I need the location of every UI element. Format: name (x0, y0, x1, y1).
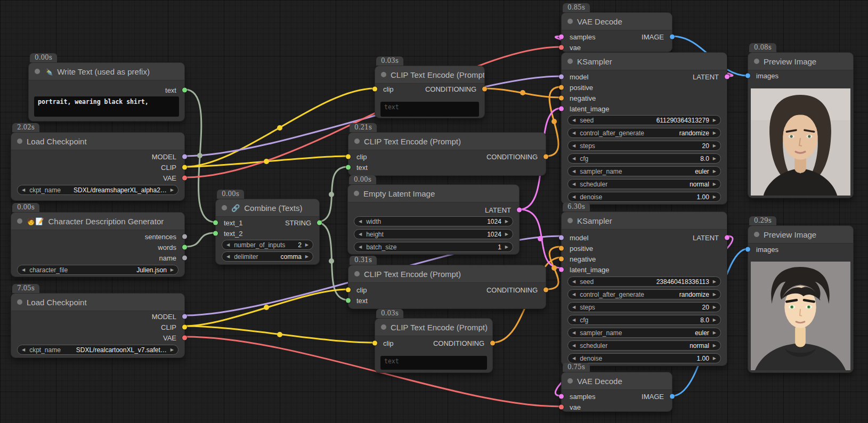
arrow-right-icon[interactable]: ▶ (505, 219, 508, 224)
text-field[interactable]: text (380, 102, 479, 117)
delimiter-widget[interactable]: ◀ delimiter comma ▶ (222, 251, 313, 262)
conditioning-output-port[interactable] (490, 341, 495, 346)
collapse-dot[interactable] (17, 299, 22, 305)
node-vae-decode-bottom[interactable]: 0.75s VAE Decode samplesIMAGE vae (561, 372, 672, 412)
collapse-dot[interactable] (754, 59, 759, 64)
node-clip-encode-top[interactable]: 0.03s CLIP Text Encode (Prompt) clipCOND… (375, 66, 485, 118)
arrow-left-icon[interactable]: ◀ (572, 356, 575, 361)
arrow-right-icon[interactable]: ▶ (171, 188, 174, 192)
arrow-left-icon[interactable]: ◀ (359, 219, 362, 224)
node-title-bar[interactable]: 🔗 Combine (Texts) (216, 199, 319, 217)
arrow-left-icon[interactable]: ◀ (572, 305, 575, 310)
samples-input-port[interactable] (559, 35, 564, 39)
height-widget[interactable]: ◀ height 1024 ▶ (354, 229, 513, 239)
control-after-generate-widget[interactable]: ◀control_after_generaterandomize▶ (567, 289, 721, 299)
arrow-right-icon[interactable]: ▶ (713, 292, 716, 297)
clip-input-port[interactable] (346, 288, 351, 292)
denoise-widget[interactable]: ◀denoise1.00▶ (567, 192, 721, 202)
arrow-right-icon[interactable]: ▶ (713, 195, 716, 199)
arrow-right-icon[interactable]: ▶ (713, 131, 716, 135)
arrow-left-icon[interactable]: ◀ (572, 118, 575, 123)
collapse-dot[interactable] (222, 205, 227, 210)
collapse-dot[interactable] (354, 191, 359, 196)
collapse-dot[interactable] (754, 232, 759, 237)
node-title-bar[interactable]: CLIP Text Encode (Prompt) (375, 66, 484, 84)
node-empty-latent-image[interactable]: 0.00s Empty Latent Image LATENT ◀ width … (347, 184, 520, 255)
node-title-bar[interactable]: CLIP Text Encode (Prompt) (375, 319, 492, 336)
sampler-name-widget[interactable]: ◀sampler_nameeuler▶ (567, 328, 721, 338)
clip-input-port[interactable] (346, 154, 351, 159)
text-input-port[interactable] (346, 298, 351, 303)
arrow-right-icon[interactable]: ▶ (505, 232, 508, 237)
node-title-bar[interactable]: KSampler (562, 212, 727, 230)
model-output-port[interactable] (182, 314, 187, 319)
seed-widget[interactable]: ◀seed238460418336113▶ (567, 276, 721, 287)
latent-output-port[interactable] (725, 75, 729, 79)
node-preview-image-bottom[interactable]: 0.29s Preview Image images (748, 225, 854, 373)
vae-output-port[interactable] (182, 176, 187, 181)
collapse-dot[interactable] (354, 139, 360, 144)
positive-input-port[interactable] (559, 246, 564, 251)
positive-input-port[interactable] (559, 85, 564, 90)
arrow-left-icon[interactable]: ◀ (572, 182, 575, 186)
node-ksampler-bottom[interactable]: 6.30s KSampler modelLATENT positive nega… (561, 212, 727, 366)
arrow-right-icon[interactable]: ▶ (713, 318, 716, 322)
node-load-checkpoint-1[interactable]: 2.02s Load Checkpoint MODEL CLIP VAE ◀ c… (11, 132, 185, 201)
node-title-bar[interactable]: Preview Image (748, 226, 853, 243)
collapse-dot[interactable] (381, 72, 386, 77)
steps-widget[interactable]: ◀steps20▶ (567, 302, 721, 312)
seed-widget[interactable]: ◀seed611290364313279▶ (567, 115, 721, 125)
negative-input-port[interactable] (559, 257, 564, 262)
node-vae-decode-top[interactable]: 0.85s VAE Decode samplesIMAGE vae (561, 12, 672, 52)
images-input-port[interactable] (745, 74, 750, 78)
string-output-port[interactable] (317, 221, 322, 225)
batch-size-widget[interactable]: ◀ batch_size 1 ▶ (354, 242, 513, 252)
arrow-right-icon[interactable]: ▶ (505, 245, 508, 249)
model-input-port[interactable] (559, 235, 564, 240)
arrow-right-icon[interactable]: ▶ (713, 331, 716, 335)
images-input-port[interactable] (745, 247, 750, 252)
collapse-dot[interactable] (567, 19, 573, 24)
latent-image-input-port[interactable] (559, 267, 564, 272)
samples-input-port[interactable] (559, 394, 564, 399)
arrow-left-icon[interactable]: ◀ (22, 348, 25, 352)
clip-input-port[interactable] (372, 341, 377, 346)
arrow-left-icon[interactable]: ◀ (22, 188, 25, 192)
arrow-right-icon[interactable]: ▶ (713, 305, 716, 310)
words-output-port[interactable] (182, 245, 187, 250)
node-write-text[interactable]: 0.00s ✒️ Write Text (used as prefix) tex… (28, 62, 185, 121)
node-graph-canvas[interactable]: 0.00s ✒️ Write Text (used as prefix) tex… (0, 0, 868, 423)
negative-input-port[interactable] (559, 96, 564, 101)
node-title-bar[interactable]: VAE Decode (562, 372, 672, 390)
node-title-bar[interactable]: 🧑📝 Character Description Generator (11, 213, 184, 230)
clip-output-port[interactable] (182, 325, 187, 330)
scheduler-widget[interactable]: ◀schedulernormal▶ (567, 179, 721, 189)
collapse-dot[interactable] (567, 378, 573, 384)
arrow-left-icon[interactable]: ◀ (572, 144, 575, 148)
arrow-left-icon[interactable]: ◀ (572, 318, 575, 322)
arrow-left-icon[interactable]: ◀ (22, 268, 25, 272)
collapse-dot[interactable] (354, 271, 360, 276)
text-field[interactable]: text (380, 356, 487, 370)
latent-output-port[interactable] (725, 235, 729, 240)
node-title-bar[interactable]: KSampler (562, 53, 727, 70)
node-title-bar[interactable]: Preview Image (748, 53, 853, 70)
arrow-right-icon[interactable]: ▶ (305, 243, 309, 247)
vae-input-port[interactable] (559, 405, 564, 410)
clip-input-port[interactable] (372, 87, 377, 92)
cfg-widget[interactable]: ◀cfg8.0▶ (567, 315, 721, 325)
image-output-port[interactable] (670, 394, 675, 399)
arrow-left-icon[interactable]: ◀ (572, 331, 575, 335)
name-output-port[interactable] (182, 256, 187, 261)
arrow-left-icon[interactable]: ◀ (572, 344, 575, 348)
arrow-right-icon[interactable]: ▶ (305, 255, 309, 259)
arrow-right-icon[interactable]: ▶ (713, 344, 716, 348)
collapse-dot[interactable] (17, 218, 22, 224)
number-of-inputs-widget[interactable]: ◀ number_of_inputs 2 ▶ (222, 240, 313, 250)
collapse-dot[interactable] (35, 69, 40, 74)
collapse-dot[interactable] (567, 218, 573, 223)
scheduler-widget[interactable]: ◀schedulernormal▶ (567, 340, 721, 351)
arrow-left-icon[interactable]: ◀ (572, 131, 575, 135)
node-title-bar[interactable]: VAE Decode (562, 13, 672, 30)
node-clip-encode-mid[interactable]: 0.21s CLIP Text Encode (Prompt) clipCOND… (348, 132, 546, 176)
